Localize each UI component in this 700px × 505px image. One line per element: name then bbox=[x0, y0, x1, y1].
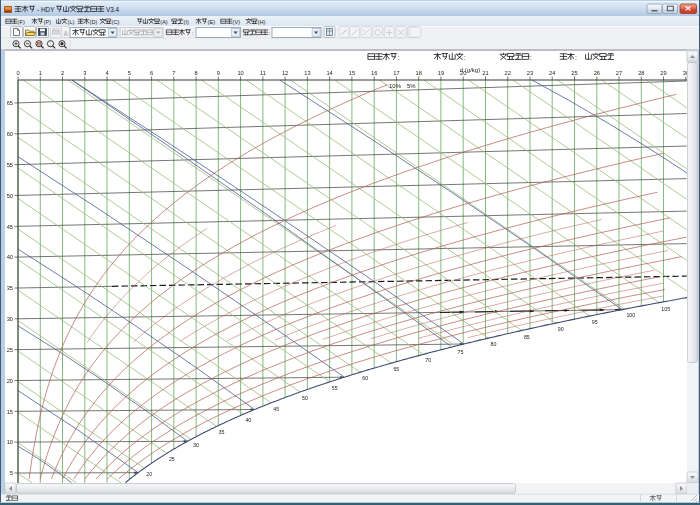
svg-text:28: 28 bbox=[638, 70, 644, 76]
svg-text:11: 11 bbox=[260, 70, 266, 76]
svg-text:0: 0 bbox=[16, 70, 19, 76]
svg-text:25: 25 bbox=[169, 456, 175, 462]
svg-text:3: 3 bbox=[83, 70, 86, 76]
svg-text:60: 60 bbox=[362, 375, 368, 381]
svg-text:23: 23 bbox=[527, 70, 533, 76]
svg-text:9: 9 bbox=[217, 70, 220, 76]
svg-text:15: 15 bbox=[7, 409, 13, 415]
svg-text:20: 20 bbox=[146, 471, 152, 477]
svg-text:6: 6 bbox=[150, 70, 153, 76]
svg-text:24: 24 bbox=[549, 70, 555, 76]
svg-text:29: 29 bbox=[660, 70, 666, 76]
svg-text:45: 45 bbox=[7, 224, 13, 230]
svg-text:5: 5 bbox=[10, 470, 13, 476]
svg-text:17: 17 bbox=[393, 70, 399, 76]
svg-text:55: 55 bbox=[332, 385, 338, 391]
svg-text:18: 18 bbox=[416, 70, 422, 76]
svg-text:30: 30 bbox=[193, 442, 199, 448]
svg-text:5%: 5% bbox=[407, 83, 416, 89]
svg-text:7: 7 bbox=[172, 70, 175, 76]
svg-text:14: 14 bbox=[326, 70, 332, 76]
svg-text:70: 70 bbox=[425, 357, 431, 363]
svg-text:45: 45 bbox=[273, 406, 279, 412]
svg-text:2: 2 bbox=[61, 70, 64, 76]
svg-text:105: 105 bbox=[661, 306, 670, 312]
svg-text:25: 25 bbox=[7, 347, 13, 353]
svg-text:65: 65 bbox=[7, 100, 13, 106]
svg-text:35: 35 bbox=[219, 429, 225, 435]
svg-text:26: 26 bbox=[594, 70, 600, 76]
svg-text:5: 5 bbox=[128, 70, 131, 76]
svg-text:13: 13 bbox=[304, 70, 310, 76]
svg-text:90: 90 bbox=[558, 326, 564, 332]
svg-text:27: 27 bbox=[616, 70, 622, 76]
svg-text:8: 8 bbox=[195, 70, 198, 76]
svg-text:d (g/kg): d (g/kg) bbox=[460, 67, 480, 73]
svg-text:4: 4 bbox=[105, 70, 108, 76]
svg-text:10: 10 bbox=[7, 439, 13, 445]
svg-text:80: 80 bbox=[491, 341, 497, 347]
svg-text:95: 95 bbox=[592, 319, 598, 325]
svg-text:40: 40 bbox=[7, 254, 13, 260]
svg-text:85: 85 bbox=[524, 334, 530, 340]
svg-text:30: 30 bbox=[7, 316, 13, 322]
svg-text:22: 22 bbox=[505, 70, 511, 76]
svg-text:21: 21 bbox=[482, 70, 488, 76]
svg-text:100: 100 bbox=[626, 312, 635, 318]
svg-text:10: 10 bbox=[237, 70, 243, 76]
svg-text:75: 75 bbox=[458, 349, 464, 355]
svg-text:1: 1 bbox=[39, 70, 42, 76]
svg-text:10%: 10% bbox=[389, 83, 402, 89]
svg-text:25: 25 bbox=[571, 70, 577, 76]
svg-text:35: 35 bbox=[7, 285, 13, 291]
svg-text:60: 60 bbox=[7, 131, 13, 137]
svg-text:19: 19 bbox=[438, 70, 444, 76]
svg-text:50: 50 bbox=[7, 193, 13, 199]
svg-text:55: 55 bbox=[7, 162, 13, 168]
svg-text:50: 50 bbox=[302, 395, 308, 401]
svg-text:20: 20 bbox=[7, 378, 13, 384]
svg-text:12: 12 bbox=[282, 70, 288, 76]
svg-text:65: 65 bbox=[393, 366, 399, 372]
svg-text:30: 30 bbox=[683, 70, 689, 76]
svg-text:40: 40 bbox=[245, 417, 251, 423]
svg-text:15: 15 bbox=[349, 70, 355, 76]
svg-text:16: 16 bbox=[371, 70, 377, 76]
